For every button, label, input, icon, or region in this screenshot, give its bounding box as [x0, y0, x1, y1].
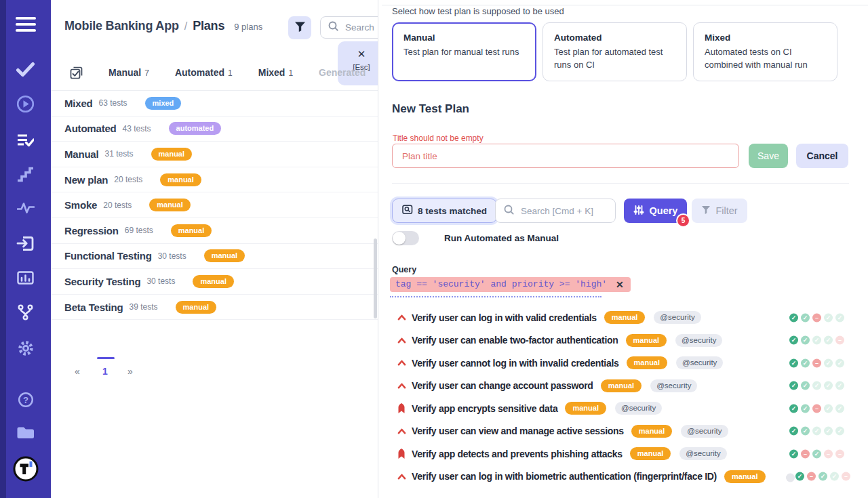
plans-tab[interactable]: Manual 7 — [108, 67, 149, 78]
plan-mode-card[interactable]: Mixed Automated tests on CI combined wit… — [693, 22, 837, 81]
plan-row[interactable]: Manual 31 tests manual — [51, 142, 378, 167]
test-result-dot: ✓ — [835, 313, 844, 322]
test-tag: @security — [676, 356, 723, 369]
plan-row[interactable]: Beta Testing 39 tests manual — [51, 295, 378, 320]
test-type-badge: manual — [631, 425, 673, 438]
help-icon[interactable]: ? — [0, 392, 51, 408]
cancel-button[interactable]: Cancel — [796, 144, 848, 168]
funnel-icon — [701, 205, 711, 217]
query-count-badge: 5 — [676, 213, 690, 228]
mode-title: Mixed — [705, 33, 826, 43]
plan-title-input[interactable] — [392, 144, 739, 168]
priority-high-icon — [397, 428, 406, 434]
active-page-indicator — [97, 357, 115, 359]
plan-name: Manual — [64, 148, 98, 160]
pagination: « 1 » — [51, 357, 186, 384]
tests-matched-chip[interactable]: 8 tests matched — [392, 199, 497, 223]
settings-gear-icon[interactable] — [0, 339, 51, 357]
app-root: ? Mobile Banking App / Plans 9 plans ✕ [… — [0, 0, 868, 498]
plan-mode-card[interactable]: Manual Test plan for manual test runs — [392, 22, 536, 81]
test-result-dot: ✓ — [818, 472, 827, 481]
query-button[interactable]: Query 5 — [624, 199, 687, 223]
plan-row[interactable]: Mixed 63 tests mixed — [51, 91, 378, 117]
search-box-icon — [402, 205, 413, 217]
test-result-dot: – — [807, 472, 816, 481]
run-automated-toggle[interactable] — [392, 231, 419, 245]
test-row[interactable]: Verify app detects and prevents phishing… — [378, 442, 868, 465]
plan-test-count: 20 tests — [114, 175, 142, 184]
test-tag: @security — [681, 425, 728, 438]
pagination-prev[interactable]: « — [75, 366, 80, 377]
pagination-next[interactable]: » — [127, 366, 133, 377]
save-button[interactable]: Save — [749, 144, 788, 168]
test-row[interactable]: Verify user can enable two-factor authen… — [378, 329, 868, 352]
test-result-dot: ✓ — [812, 381, 821, 390]
plan-row[interactable]: Automated 43 tests automated — [51, 117, 378, 142]
scrollbar-thumb[interactable] — [374, 238, 377, 318]
plan-row[interactable]: Smoke 20 tests manual — [51, 192, 378, 218]
test-result-dot: ✓ — [801, 358, 810, 367]
plan-row[interactable]: Functional Testing 30 tests manual — [51, 244, 378, 270]
test-result-dot: ✓ — [824, 358, 833, 367]
breadcrumb-project[interactable]: Mobile Banking App — [64, 19, 179, 33]
analytics-pulse-icon[interactable] — [0, 201, 51, 214]
branches-icon[interactable] — [0, 304, 51, 320]
filter-button[interactable]: Filter — [692, 199, 747, 223]
menu-icon[interactable] — [0, 17, 51, 32]
test-title: Verify app encrypts sensitive data — [412, 403, 557, 414]
import-icon[interactable] — [0, 236, 51, 251]
test-result-dot: ✓ — [824, 404, 833, 413]
tests-search-input[interactable] — [519, 205, 610, 217]
test-tag: @security — [675, 334, 722, 347]
test-row[interactable]: Verify user cannot log in with invalid c… — [378, 352, 868, 375]
test-type-badge: manual — [630, 447, 671, 460]
test-row[interactable]: Verify user can view and manage active s… — [378, 420, 868, 443]
plans-search[interactable] — [320, 16, 378, 39]
clear-query-icon[interactable]: ✕ — [616, 280, 624, 289]
tab-label: Automated — [175, 67, 224, 78]
plans-search-input[interactable] — [344, 22, 378, 33]
tests-check-icon[interactable] — [0, 62, 51, 77]
plan-row[interactable]: Security Testing 30 tests manual — [51, 269, 378, 295]
test-result-dot: ✓ — [824, 336, 833, 345]
plan-name: Automated — [64, 123, 117, 134]
test-results: ✓✓–✓✓ — [789, 313, 844, 322]
plan-row[interactable]: Regression 69 tests manual — [51, 218, 378, 244]
test-result-dot: – — [842, 472, 850, 481]
reports-chart-icon[interactable] — [0, 271, 51, 285]
plan-row[interactable]: New plan 20 tests manual — [51, 167, 378, 193]
test-tag: @security — [679, 447, 726, 460]
test-result-dot: – — [835, 336, 844, 345]
test-result-dot: ✓ — [801, 404, 810, 413]
steps-icon[interactable] — [0, 167, 51, 182]
test-result-dot: ✓ — [812, 449, 821, 458]
test-result-dot: ✓ — [789, 313, 798, 322]
test-row[interactable]: Verify user can change account password … — [378, 375, 868, 398]
tests-search[interactable] — [495, 199, 616, 223]
plans-tab[interactable]: Mixed 1 — [258, 67, 293, 78]
runs-play-icon[interactable] — [0, 95, 51, 113]
plan-type-badge: mixed — [145, 97, 182, 110]
test-result-dot: ✓ — [824, 381, 833, 390]
plans-filter-button[interactable] — [288, 16, 311, 39]
plans-tab[interactable]: Automated 1 — [175, 67, 233, 78]
query-button-label: Query — [650, 205, 678, 216]
priority-critical-icon — [397, 403, 406, 413]
test-tag: @security — [654, 311, 701, 324]
plan-mode-card[interactable]: Automated Test plan for automated test r… — [542, 22, 687, 81]
test-row[interactable]: Verify user can log in with valid creden… — [378, 306, 868, 329]
plan-name: Mixed — [64, 98, 93, 109]
select-all-icon[interactable] — [70, 66, 83, 79]
pagination-current-page[interactable]: 1 — [102, 366, 108, 377]
plan-mode-cards: Manual Test plan for manual test runs Au… — [392, 22, 837, 81]
test-result-dot: ✓ — [801, 381, 810, 390]
test-row[interactable]: Verify user can log in with biometric au… — [378, 465, 868, 489]
query-section-label: Query — [392, 265, 416, 274]
projects-folder-icon[interactable] — [0, 426, 51, 440]
testomat-logo[interactable] — [0, 455, 51, 482]
test-plans-icon[interactable] — [0, 134, 51, 147]
plans-tab[interactable]: Generated — [319, 67, 366, 78]
close-icon[interactable]: ✕ — [338, 48, 378, 60]
test-row[interactable]: Verify app encrypts sensitive data manua… — [378, 397, 868, 420]
tab-count: 1 — [228, 68, 233, 78]
